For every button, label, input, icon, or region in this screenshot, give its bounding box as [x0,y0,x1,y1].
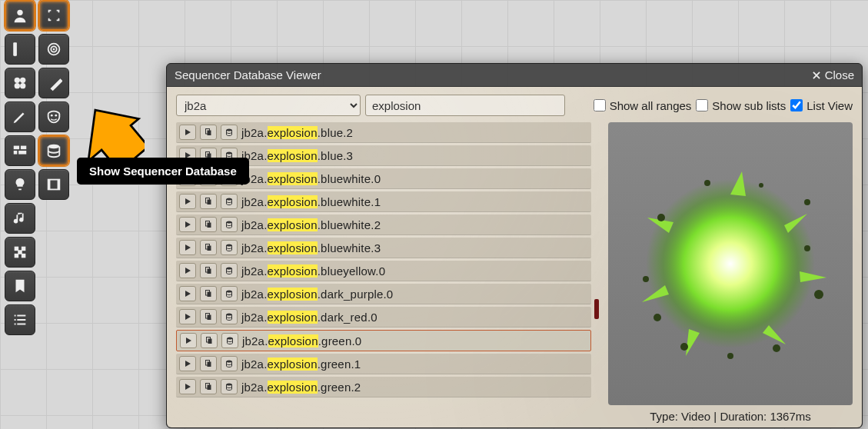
copy-path-button[interactable] [200,194,217,209]
copy-db-button[interactable] [221,240,238,255]
sequencer-database-window: Sequencer Database Viewer Close jb2a Sho… [166,63,863,428]
svg-rect-40 [208,246,211,251]
copy-path-button[interactable] [201,333,218,348]
tool-ruler[interactable] [38,68,69,98]
tool-walls[interactable] [5,135,35,166]
tool-select[interactable] [38,0,69,31]
tool-checker[interactable] [5,237,35,268]
list-item[interactable]: jb2a.explosion.bluewhite.2 [176,214,591,235]
pack-select[interactable]: jb2a [176,95,361,116]
tool-film[interactable] [38,169,69,200]
list-item[interactable]: jb2a.explosion.blueyellow.0 [176,261,591,281]
svg-point-59 [227,384,232,386]
play-button[interactable] [179,309,196,324]
svg-point-15 [48,145,60,149]
tool-sequencer-database[interactable] [38,135,69,166]
svg-point-35 [227,198,232,201]
copy-db-button[interactable] [221,217,238,232]
tool-sounds[interactable] [5,203,35,234]
item-path: jb2a.explosion.bluewhite.1 [241,195,381,208]
tool-list-numbered[interactable] [5,304,35,335]
list-item[interactable]: jb2a.explosion.dark_purple.0 [176,284,591,304]
item-path: jb2a.explosion.bluewhite.2 [241,218,381,231]
copy-db-button[interactable] [221,379,238,394]
svg-point-53 [228,338,233,340]
list-item[interactable]: jb2a.explosion.green.0 [176,330,591,351]
copy-db-button[interactable] [221,286,238,301]
window-titlebar[interactable]: Sequencer Database Viewer Close [167,64,862,87]
tool-draw[interactable] [5,101,35,132]
list-item[interactable]: jb2a.explosion.bluewhite.1 [176,191,591,212]
item-path: jb2a.explosion.green.0 [242,334,361,348]
tool-target[interactable] [38,34,69,65]
play-button[interactable] [179,194,196,209]
search-input[interactable] [365,95,565,116]
checkbox-show-sub-lists[interactable]: Show sub lists [696,99,786,112]
copy-path-button[interactable] [200,379,217,394]
list-item[interactable]: jb2a.explosion.green.1 [176,354,591,374]
svg-point-41 [227,244,232,247]
tool-lighting[interactable] [5,169,35,200]
list-item[interactable]: jb2a.explosion.blue.2 [176,122,591,143]
play-button[interactable] [180,333,197,348]
copy-db-button[interactable] [221,194,238,209]
play-button[interactable] [179,263,196,278]
copy-path-button[interactable] [200,263,217,278]
list-item[interactable]: jb2a.explosion.bluewhite.3 [176,238,591,258]
tool-token[interactable] [5,0,35,31]
copy-path-button[interactable] [200,125,217,140]
svg-rect-8 [50,78,62,91]
copy-path-button[interactable] [200,286,217,301]
svg-point-7 [20,83,25,88]
copy-db-button[interactable] [221,356,238,371]
list-item[interactable]: jb2a.explosion.green.2 [176,377,591,397]
svg-point-70 [804,245,810,251]
svg-point-6 [15,83,20,88]
list-item[interactable]: jb2a.explosion.dark_red.0 [176,307,591,328]
preview-image [608,122,853,405]
svg-rect-55 [208,362,211,367]
copy-path-button[interactable] [200,356,217,371]
preview-footer: Type: Video | Duration: 1367ms [650,405,811,424]
tool-journal[interactable] [5,271,35,301]
play-button[interactable] [179,356,196,371]
svg-point-68 [759,183,763,188]
play-button[interactable] [179,379,196,394]
copy-db-button[interactable] [221,125,238,140]
svg-point-5 [20,78,25,83]
tool-measure[interactable] [5,34,35,65]
tool-mask[interactable] [38,101,69,132]
close-button[interactable]: Close [811,68,854,81]
item-path: jb2a.explosion.dark_red.0 [241,311,377,324]
checkbox-list-view[interactable]: List View [790,99,853,112]
play-button[interactable] [179,217,196,232]
svg-rect-23 [18,250,22,254]
copy-db-button[interactable] [221,309,238,324]
play-button[interactable] [179,125,196,140]
item-path: jb2a.explosion.bluewhite.0 [241,172,381,185]
controls-row: jb2a Show all ranges Show sub lists List… [176,95,853,116]
svg-point-3 [53,48,55,51]
copy-path-button[interactable] [200,217,217,232]
item-path: jb2a.explosion.dark_purple.0 [241,288,393,301]
item-path: jb2a.explosion.blue.3 [241,149,353,162]
svg-point-26 [227,129,232,131]
svg-point-63 [814,290,823,299]
svg-point-62 [804,199,810,205]
copy-path-button[interactable] [200,240,217,255]
tool-tiles[interactable] [5,68,35,98]
checkbox-show-all-ranges[interactable]: Show all ranges [594,99,692,112]
svg-rect-12 [21,146,26,150]
svg-rect-17 [48,180,51,190]
copy-db-button[interactable] [221,333,238,348]
scene-controls [5,0,69,335]
play-button[interactable] [179,240,196,255]
item-path: jb2a.explosion.bluewhite.3 [241,241,381,254]
svg-point-64 [773,344,780,352]
svg-point-65 [680,343,688,351]
svg-point-29 [227,152,232,155]
copy-db-button[interactable] [221,263,238,278]
svg-rect-46 [208,292,211,298]
play-button[interactable] [179,286,196,301]
copy-path-button[interactable] [200,309,217,324]
